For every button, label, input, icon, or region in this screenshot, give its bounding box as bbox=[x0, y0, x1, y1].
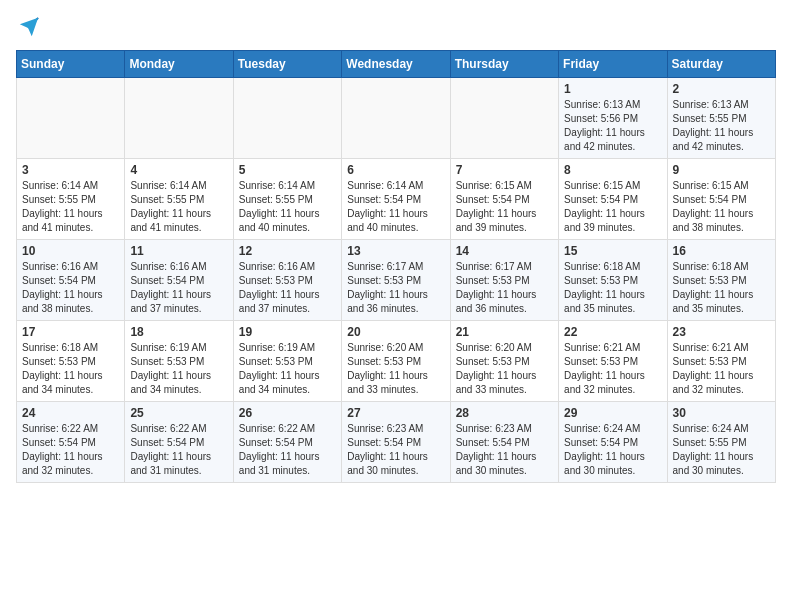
day-number: 22 bbox=[564, 325, 661, 339]
day-number: 28 bbox=[456, 406, 553, 420]
day-number: 15 bbox=[564, 244, 661, 258]
day-info: Sunrise: 6:23 AM Sunset: 5:54 PM Dayligh… bbox=[456, 422, 553, 478]
calendar-day-cell: 3Sunrise: 6:14 AM Sunset: 5:55 PM Daylig… bbox=[17, 159, 125, 240]
day-info: Sunrise: 6:17 AM Sunset: 5:53 PM Dayligh… bbox=[347, 260, 444, 316]
day-info: Sunrise: 6:14 AM Sunset: 5:55 PM Dayligh… bbox=[239, 179, 336, 235]
day-info: Sunrise: 6:22 AM Sunset: 5:54 PM Dayligh… bbox=[239, 422, 336, 478]
calendar-day-cell: 29Sunrise: 6:24 AM Sunset: 5:54 PM Dayli… bbox=[559, 402, 667, 483]
day-info: Sunrise: 6:16 AM Sunset: 5:53 PM Dayligh… bbox=[239, 260, 336, 316]
day-number: 6 bbox=[347, 163, 444, 177]
calendar-day-cell: 18Sunrise: 6:19 AM Sunset: 5:53 PM Dayli… bbox=[125, 321, 233, 402]
calendar-day-cell: 10Sunrise: 6:16 AM Sunset: 5:54 PM Dayli… bbox=[17, 240, 125, 321]
day-info: Sunrise: 6:13 AM Sunset: 5:55 PM Dayligh… bbox=[673, 98, 770, 154]
day-info: Sunrise: 6:24 AM Sunset: 5:54 PM Dayligh… bbox=[564, 422, 661, 478]
day-info: Sunrise: 6:14 AM Sunset: 5:55 PM Dayligh… bbox=[130, 179, 227, 235]
day-info: Sunrise: 6:24 AM Sunset: 5:55 PM Dayligh… bbox=[673, 422, 770, 478]
calendar-day-cell: 14Sunrise: 6:17 AM Sunset: 5:53 PM Dayli… bbox=[450, 240, 558, 321]
day-number: 12 bbox=[239, 244, 336, 258]
weekday-header: Monday bbox=[125, 51, 233, 78]
weekday-header: Tuesday bbox=[233, 51, 341, 78]
day-number: 8 bbox=[564, 163, 661, 177]
day-info: Sunrise: 6:17 AM Sunset: 5:53 PM Dayligh… bbox=[456, 260, 553, 316]
calendar-day-cell bbox=[17, 78, 125, 159]
page-header bbox=[16, 16, 776, 38]
logo bbox=[16, 16, 40, 38]
day-number: 10 bbox=[22, 244, 119, 258]
day-number: 17 bbox=[22, 325, 119, 339]
day-info: Sunrise: 6:22 AM Sunset: 5:54 PM Dayligh… bbox=[22, 422, 119, 478]
weekday-header: Sunday bbox=[17, 51, 125, 78]
day-info: Sunrise: 6:18 AM Sunset: 5:53 PM Dayligh… bbox=[673, 260, 770, 316]
calendar-day-cell: 6Sunrise: 6:14 AM Sunset: 5:54 PM Daylig… bbox=[342, 159, 450, 240]
day-number: 2 bbox=[673, 82, 770, 96]
logo-bird-icon bbox=[18, 16, 40, 38]
day-info: Sunrise: 6:15 AM Sunset: 5:54 PM Dayligh… bbox=[564, 179, 661, 235]
calendar-day-cell bbox=[233, 78, 341, 159]
day-number: 4 bbox=[130, 163, 227, 177]
calendar-day-cell: 1Sunrise: 6:13 AM Sunset: 5:56 PM Daylig… bbox=[559, 78, 667, 159]
calendar-day-cell: 24Sunrise: 6:22 AM Sunset: 5:54 PM Dayli… bbox=[17, 402, 125, 483]
calendar-day-cell: 23Sunrise: 6:21 AM Sunset: 5:53 PM Dayli… bbox=[667, 321, 775, 402]
day-info: Sunrise: 6:15 AM Sunset: 5:54 PM Dayligh… bbox=[456, 179, 553, 235]
calendar-week-row: 10Sunrise: 6:16 AM Sunset: 5:54 PM Dayli… bbox=[17, 240, 776, 321]
day-info: Sunrise: 6:13 AM Sunset: 5:56 PM Dayligh… bbox=[564, 98, 661, 154]
day-number: 16 bbox=[673, 244, 770, 258]
day-info: Sunrise: 6:21 AM Sunset: 5:53 PM Dayligh… bbox=[673, 341, 770, 397]
calendar-day-cell: 20Sunrise: 6:20 AM Sunset: 5:53 PM Dayli… bbox=[342, 321, 450, 402]
calendar-day-cell: 7Sunrise: 6:15 AM Sunset: 5:54 PM Daylig… bbox=[450, 159, 558, 240]
calendar-week-row: 17Sunrise: 6:18 AM Sunset: 5:53 PM Dayli… bbox=[17, 321, 776, 402]
day-number: 26 bbox=[239, 406, 336, 420]
day-number: 5 bbox=[239, 163, 336, 177]
day-info: Sunrise: 6:19 AM Sunset: 5:53 PM Dayligh… bbox=[239, 341, 336, 397]
calendar-day-cell: 25Sunrise: 6:22 AM Sunset: 5:54 PM Dayli… bbox=[125, 402, 233, 483]
weekday-header: Thursday bbox=[450, 51, 558, 78]
calendar-day-cell: 5Sunrise: 6:14 AM Sunset: 5:55 PM Daylig… bbox=[233, 159, 341, 240]
calendar-day-cell: 2Sunrise: 6:13 AM Sunset: 5:55 PM Daylig… bbox=[667, 78, 775, 159]
calendar-week-row: 1Sunrise: 6:13 AM Sunset: 5:56 PM Daylig… bbox=[17, 78, 776, 159]
weekday-header: Saturday bbox=[667, 51, 775, 78]
calendar-day-cell: 27Sunrise: 6:23 AM Sunset: 5:54 PM Dayli… bbox=[342, 402, 450, 483]
day-info: Sunrise: 6:20 AM Sunset: 5:53 PM Dayligh… bbox=[347, 341, 444, 397]
calendar-day-cell: 28Sunrise: 6:23 AM Sunset: 5:54 PM Dayli… bbox=[450, 402, 558, 483]
calendar-day-cell: 11Sunrise: 6:16 AM Sunset: 5:54 PM Dayli… bbox=[125, 240, 233, 321]
day-info: Sunrise: 6:21 AM Sunset: 5:53 PM Dayligh… bbox=[564, 341, 661, 397]
day-info: Sunrise: 6:20 AM Sunset: 5:53 PM Dayligh… bbox=[456, 341, 553, 397]
day-info: Sunrise: 6:14 AM Sunset: 5:54 PM Dayligh… bbox=[347, 179, 444, 235]
day-number: 30 bbox=[673, 406, 770, 420]
calendar-day-cell: 16Sunrise: 6:18 AM Sunset: 5:53 PM Dayli… bbox=[667, 240, 775, 321]
day-number: 27 bbox=[347, 406, 444, 420]
calendar-day-cell bbox=[125, 78, 233, 159]
day-number: 11 bbox=[130, 244, 227, 258]
day-number: 29 bbox=[564, 406, 661, 420]
day-number: 19 bbox=[239, 325, 336, 339]
day-number: 20 bbox=[347, 325, 444, 339]
day-info: Sunrise: 6:19 AM Sunset: 5:53 PM Dayligh… bbox=[130, 341, 227, 397]
day-info: Sunrise: 6:15 AM Sunset: 5:54 PM Dayligh… bbox=[673, 179, 770, 235]
calendar-day-cell: 26Sunrise: 6:22 AM Sunset: 5:54 PM Dayli… bbox=[233, 402, 341, 483]
calendar-day-cell: 21Sunrise: 6:20 AM Sunset: 5:53 PM Dayli… bbox=[450, 321, 558, 402]
calendar-day-cell: 17Sunrise: 6:18 AM Sunset: 5:53 PM Dayli… bbox=[17, 321, 125, 402]
calendar-day-cell: 4Sunrise: 6:14 AM Sunset: 5:55 PM Daylig… bbox=[125, 159, 233, 240]
day-info: Sunrise: 6:16 AM Sunset: 5:54 PM Dayligh… bbox=[130, 260, 227, 316]
day-number: 18 bbox=[130, 325, 227, 339]
calendar-day-cell: 30Sunrise: 6:24 AM Sunset: 5:55 PM Dayli… bbox=[667, 402, 775, 483]
weekday-header: Wednesday bbox=[342, 51, 450, 78]
calendar-header-row: SundayMondayTuesdayWednesdayThursdayFrid… bbox=[17, 51, 776, 78]
calendar-day-cell: 13Sunrise: 6:17 AM Sunset: 5:53 PM Dayli… bbox=[342, 240, 450, 321]
day-number: 1 bbox=[564, 82, 661, 96]
calendar-week-row: 3Sunrise: 6:14 AM Sunset: 5:55 PM Daylig… bbox=[17, 159, 776, 240]
day-number: 24 bbox=[22, 406, 119, 420]
day-number: 9 bbox=[673, 163, 770, 177]
day-info: Sunrise: 6:18 AM Sunset: 5:53 PM Dayligh… bbox=[22, 341, 119, 397]
calendar-day-cell bbox=[342, 78, 450, 159]
calendar-day-cell: 12Sunrise: 6:16 AM Sunset: 5:53 PM Dayli… bbox=[233, 240, 341, 321]
calendar-day-cell: 19Sunrise: 6:19 AM Sunset: 5:53 PM Dayli… bbox=[233, 321, 341, 402]
day-info: Sunrise: 6:16 AM Sunset: 5:54 PM Dayligh… bbox=[22, 260, 119, 316]
day-number: 23 bbox=[673, 325, 770, 339]
day-info: Sunrise: 6:18 AM Sunset: 5:53 PM Dayligh… bbox=[564, 260, 661, 316]
calendar-day-cell: 15Sunrise: 6:18 AM Sunset: 5:53 PM Dayli… bbox=[559, 240, 667, 321]
calendar-day-cell bbox=[450, 78, 558, 159]
day-info: Sunrise: 6:14 AM Sunset: 5:55 PM Dayligh… bbox=[22, 179, 119, 235]
day-number: 3 bbox=[22, 163, 119, 177]
day-number: 7 bbox=[456, 163, 553, 177]
